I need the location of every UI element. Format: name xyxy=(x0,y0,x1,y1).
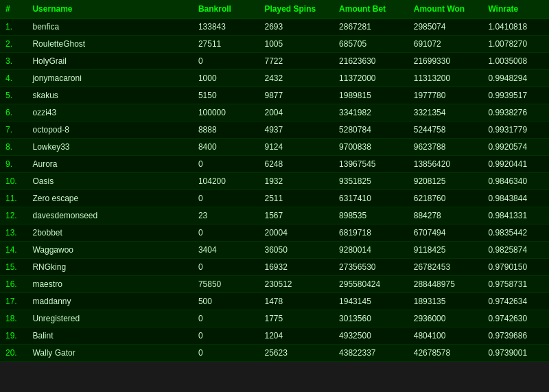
username-cell: skakus xyxy=(27,87,192,104)
winrate-cell: 1.0035008 xyxy=(482,53,549,70)
amount-won-cell: 9208125 xyxy=(408,173,483,190)
col-header-winrate: Winrate xyxy=(482,0,549,19)
winrate-cell: 0.9742630 xyxy=(482,310,549,327)
amount-bet-cell: 9700838 xyxy=(334,139,408,156)
winrate-cell: 0.9948294 xyxy=(482,70,549,87)
played-spins-cell: 1775 xyxy=(259,310,334,327)
rank-cell: 9. xyxy=(0,156,27,173)
bankroll-cell: 0 xyxy=(193,53,259,70)
bankroll-cell: 8888 xyxy=(193,122,259,139)
bankroll-cell: 0 xyxy=(193,156,259,173)
played-spins-cell: 25623 xyxy=(259,345,334,362)
played-spins-cell: 2511 xyxy=(259,190,334,207)
amount-won-cell: 5244758 xyxy=(408,122,483,139)
username-cell: Wally Gator xyxy=(27,345,192,362)
table-row: 3.HolyGrail0772221623630216993301.003500… xyxy=(0,53,549,70)
username-cell: Oasis xyxy=(27,173,192,190)
rank-cell: 20. xyxy=(0,345,27,362)
rank-cell: 8. xyxy=(0,139,27,156)
amount-won-cell: 288448975 xyxy=(408,276,483,293)
amount-bet-cell: 6819718 xyxy=(334,224,408,242)
col-header-amount-won: Amount Won xyxy=(408,0,483,19)
table-row: 16.maestro758502305122955804242884489750… xyxy=(0,276,549,293)
played-spins-cell: 1204 xyxy=(259,327,334,345)
played-spins-cell: 16932 xyxy=(259,259,334,276)
rank-cell: 16. xyxy=(0,276,27,293)
table-row: 12.davesdemonseed2315678985358842780.984… xyxy=(0,207,549,224)
table-row: 9.Aurora0624813967545138564200.9920441 xyxy=(0,156,549,173)
amount-won-cell: 6218760 xyxy=(408,190,483,207)
table-row: 18.Unregistered01775301356029360000.9742… xyxy=(0,310,549,327)
played-spins-cell: 2004 xyxy=(259,104,334,122)
amount-won-cell: 2936000 xyxy=(408,310,483,327)
table-row: 20.Wally Gator02562343822337426785780.97… xyxy=(0,345,549,362)
rank-cell: 6. xyxy=(0,104,27,122)
table-row: 14.Waggawoo340436050928001491184250.9825… xyxy=(0,242,549,259)
winrate-cell: 1.0410818 xyxy=(482,19,549,36)
username-cell: Lowkey33 xyxy=(27,139,192,156)
leaderboard-container: # Username Bankroll Played Spins Amount … xyxy=(0,0,549,362)
amount-bet-cell: 685705 xyxy=(334,36,408,53)
bankroll-cell: 23 xyxy=(193,207,259,224)
winrate-cell: 0.9825874 xyxy=(482,242,549,259)
rank-cell: 1. xyxy=(0,19,27,36)
username-cell: davesdemonseed xyxy=(27,207,192,224)
amount-bet-cell: 2867281 xyxy=(334,19,408,36)
bankroll-cell: 5150 xyxy=(193,87,259,104)
amount-won-cell: 884278 xyxy=(408,207,483,224)
rank-cell: 11. xyxy=(0,190,27,207)
winrate-cell: 0.9841331 xyxy=(482,207,549,224)
username-cell: RouletteGhost xyxy=(27,36,192,53)
username-cell: maddanny xyxy=(27,293,192,310)
amount-won-cell: 21699330 xyxy=(408,53,483,70)
bankroll-cell: 0 xyxy=(193,310,259,327)
played-spins-cell: 1478 xyxy=(259,293,334,310)
username-cell: octopod-8 xyxy=(27,122,192,139)
bankroll-cell: 0 xyxy=(193,190,259,207)
username-cell: 2bobbet xyxy=(27,224,192,242)
rank-cell: 14. xyxy=(0,242,27,259)
played-spins-cell: 6248 xyxy=(259,156,334,173)
leaderboard-table: # Username Bankroll Played Spins Amount … xyxy=(0,0,549,362)
col-header-played-spins: Played Spins xyxy=(259,0,334,19)
amount-bet-cell: 1943145 xyxy=(334,293,408,310)
username-cell: Waggawoo xyxy=(27,242,192,259)
table-row: 8.Lowkey3384009124970083896237880.992057… xyxy=(0,139,549,156)
winrate-cell: 0.9835442 xyxy=(482,224,549,242)
rank-cell: 4. xyxy=(0,70,27,87)
winrate-cell: 0.9790150 xyxy=(482,259,549,276)
played-spins-cell: 230512 xyxy=(259,276,334,293)
table-row: 15.RNGking01693227356530267824530.979015… xyxy=(0,259,549,276)
amount-bet-cell: 898535 xyxy=(334,207,408,224)
username-cell: ozzi43 xyxy=(27,104,192,122)
amount-bet-cell: 1989815 xyxy=(334,87,408,104)
played-spins-cell: 9877 xyxy=(259,87,334,104)
table-row: 5.skakus51509877198981519777800.9939517 xyxy=(0,87,549,104)
bankroll-cell: 500 xyxy=(193,293,259,310)
table-row: 6.ozzi431000002004334198233213540.993827… xyxy=(0,104,549,122)
rank-cell: 15. xyxy=(0,259,27,276)
amount-won-cell: 1977780 xyxy=(408,87,483,104)
played-spins-cell: 4937 xyxy=(259,122,334,139)
amount-bet-cell: 6317410 xyxy=(334,190,408,207)
rank-cell: 19. xyxy=(0,327,27,345)
amount-won-cell: 9623788 xyxy=(408,139,483,156)
table-row: 7.octopod-888884937528078452447580.99317… xyxy=(0,122,549,139)
bankroll-cell: 0 xyxy=(193,259,259,276)
played-spins-cell: 7722 xyxy=(259,53,334,70)
winrate-cell: 0.9843844 xyxy=(482,190,549,207)
played-spins-cell: 1567 xyxy=(259,207,334,224)
col-header-username: Username xyxy=(27,0,192,19)
played-spins-cell: 1005 xyxy=(259,36,334,53)
bankroll-cell: 100000 xyxy=(193,104,259,122)
bankroll-cell: 0 xyxy=(193,224,259,242)
table-row: 17.maddanny5001478194314518931350.974263… xyxy=(0,293,549,310)
rank-cell: 13. xyxy=(0,224,27,242)
col-header-rank: # xyxy=(0,0,27,19)
amount-bet-cell: 27356530 xyxy=(334,259,408,276)
amount-won-cell: 13856420 xyxy=(408,156,483,173)
rank-cell: 3. xyxy=(0,53,27,70)
amount-bet-cell: 21623630 xyxy=(334,53,408,70)
rank-cell: 7. xyxy=(0,122,27,139)
amount-won-cell: 691072 xyxy=(408,36,483,53)
